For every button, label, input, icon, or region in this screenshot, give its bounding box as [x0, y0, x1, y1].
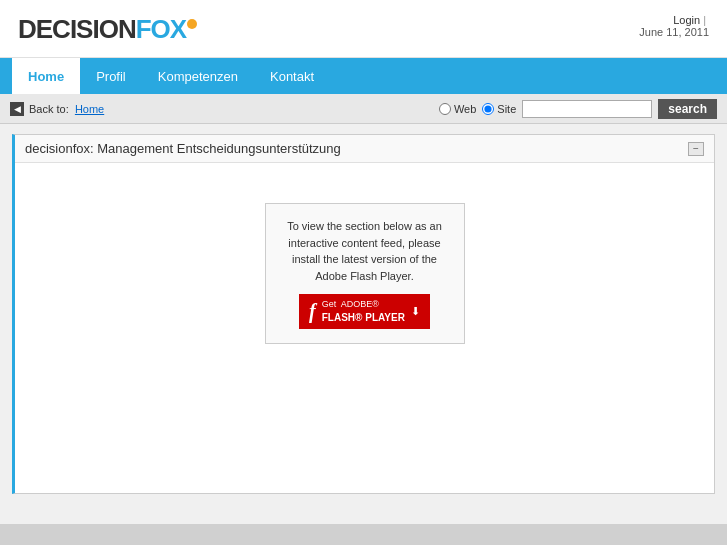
breadcrumb-text: Back to: Home [29, 103, 104, 115]
logo-area: DECISIONFOX [18, 10, 197, 45]
back-to-label: Back to: [29, 103, 69, 115]
flash-download-icon: ⬇ [411, 305, 420, 318]
breadcrumb-area: ◀ Back to: Home [10, 102, 104, 116]
breadcrumb-icon: ◀ [10, 102, 24, 116]
toolbar: ◀ Back to: Home Web Site search [0, 94, 727, 124]
nav-item-profil[interactable]: Profil [80, 58, 142, 94]
header-right: Login| June 11, 2011 [639, 10, 709, 38]
logo-dot [187, 19, 197, 29]
content-minimize-button[interactable]: − [688, 142, 704, 156]
content-title: decisionfox: Management Entscheidungsunt… [25, 141, 341, 156]
flash-box: To view the section below as an interact… [265, 203, 465, 344]
nav-item-home[interactable]: Home [12, 58, 80, 94]
header: DECISIONFOX Login| June 11, 2011 [0, 0, 727, 58]
radio-site[interactable] [482, 103, 494, 115]
header-separator: | [703, 14, 706, 26]
nav-item-kompetenzen[interactable]: Kompetenzen [142, 58, 254, 94]
flash-message-area: To view the section below as an interact… [15, 163, 714, 364]
header-login-link[interactable]: Login [673, 14, 700, 26]
logo-decision: DECISION [18, 14, 136, 45]
content-box: decisionfox: Management Entscheidungsunt… [12, 134, 715, 494]
header-date: June 11, 2011 [639, 26, 709, 38]
search-area: Web Site search [439, 99, 717, 119]
radio-web-label[interactable]: Web [439, 103, 476, 115]
logo-fox: FOX [136, 14, 186, 45]
page-wrapper: DECISIONFOX Login| June 11, 2011 Home Pr… [0, 0, 727, 524]
flash-get-text: Get ADOBE® [322, 299, 405, 311]
flash-player-button[interactable]: f Get ADOBE® FLASH® PLAYER ⬇ [299, 294, 430, 329]
search-input[interactable] [522, 100, 652, 118]
flash-icon: f [309, 300, 316, 323]
navbar: Home Profil Kompetenzen Kontakt [0, 58, 727, 94]
main-content: decisionfox: Management Entscheidungsunt… [0, 124, 727, 524]
radio-web[interactable] [439, 103, 451, 115]
flash-label-area: Get ADOBE® FLASH® PLAYER [322, 299, 405, 324]
radio-site-label[interactable]: Site [482, 103, 516, 115]
flash-player-text: FLASH® PLAYER [322, 311, 405, 324]
flash-text: To view the section below as an interact… [282, 218, 448, 284]
breadcrumb-home-link[interactable]: Home [75, 103, 104, 115]
radio-site-text: Site [497, 103, 516, 115]
search-button[interactable]: search [658, 99, 717, 119]
content-header: decisionfox: Management Entscheidungsunt… [15, 135, 714, 163]
nav-item-kontakt[interactable]: Kontakt [254, 58, 330, 94]
radio-web-text: Web [454, 103, 476, 115]
